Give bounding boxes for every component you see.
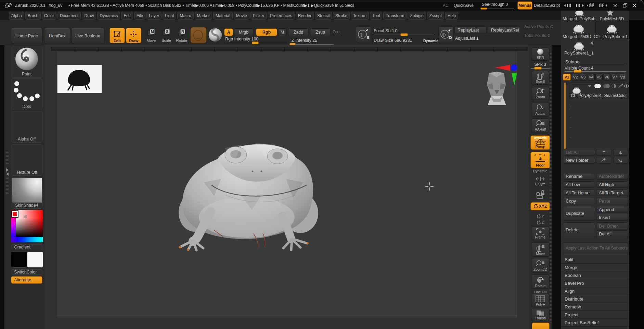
all-high-button[interactable]: All High (596, 181, 628, 188)
z-intensity-slider[interactable] (292, 44, 334, 45)
switchcolor-button[interactable]: SwitchColor (11, 269, 42, 275)
canvas-preview-thumbnail[interactable] (57, 65, 102, 93)
subtool-up-button[interactable] (596, 149, 612, 156)
dynamic-draw-size-toggle[interactable]: Dynamic (423, 39, 438, 43)
lightbox-button[interactable]: LightBox (44, 28, 70, 44)
menu-edit[interactable]: Edit (121, 12, 133, 20)
all-low-button[interactable]: All Low (563, 181, 595, 188)
menu-tool[interactable]: Tool (370, 12, 382, 20)
subtool-vtab-v8[interactable]: V8 (619, 74, 626, 81)
material-picker-button[interactable] (207, 27, 223, 43)
edit-button[interactable]: Edit (110, 28, 125, 43)
floor-button[interactable]: x y z Floor (530, 152, 550, 168)
copy-button[interactable]: Copy (563, 198, 595, 204)
tool-thumb-label[interactable]: Merged_PM3D_C (563, 34, 595, 39)
rotate-xyz-button[interactable]: XYZ (530, 202, 550, 210)
menu-movie[interactable]: Movie (234, 12, 249, 20)
camera-gizmo[interactable] (479, 63, 518, 108)
menu-alpha[interactable]: Alpha (9, 12, 24, 20)
rotate-button[interactable]: R Rotate (175, 28, 188, 44)
alternate-button[interactable]: Alternate (11, 276, 42, 284)
bevel-pro-button[interactable]: Bevel Pro (561, 279, 629, 287)
menu-document[interactable]: Document (57, 12, 81, 20)
duplicate-button[interactable]: Duplicate (563, 206, 595, 221)
menu-help[interactable]: Help (445, 12, 459, 20)
all-to-target-button[interactable]: All To Target (596, 190, 628, 196)
home-page-button[interactable]: Home Page (11, 28, 42, 44)
menu-stencil[interactable]: Stencil (315, 12, 332, 20)
persp-button[interactable]: Dynamic Persp (530, 135, 550, 150)
menu-layer[interactable]: Layer (146, 12, 162, 20)
current-color-swatch[interactable] (11, 210, 18, 218)
rotate-z-button[interactable]: Z (533, 220, 547, 225)
merge-button[interactable]: Merge (561, 264, 629, 271)
distribute-button[interactable]: Distribute (561, 295, 629, 303)
default-zscript-button[interactable]: DefaultZScript (534, 3, 560, 8)
rgb-intensity-slider-handle[interactable] (252, 41, 259, 44)
subtool-list-item[interactable]: CL_PolySphere1_SeamsColor (569, 83, 628, 99)
all-to-home-button[interactable]: All To Home (563, 190, 595, 196)
right-divider-scroll2[interactable] (550, 189, 552, 322)
tool-thumb-label[interactable]: CL_PolySphere1_ (595, 34, 628, 39)
right-divider-scroll[interactable] (550, 52, 552, 185)
transparency-button[interactable]: Transp (531, 308, 550, 321)
project-button[interactable]: Project (561, 311, 629, 319)
draw-button[interactable]: Draw (126, 28, 141, 43)
see-through-slider-handle[interactable] (480, 8, 487, 10)
subtool-down-button[interactable] (613, 149, 628, 156)
current-alpha-button[interactable]: Alpha Off (11, 111, 42, 143)
subtool-uv-icon[interactable] (602, 84, 610, 88)
replay-last-button[interactable]: ReplayLast (454, 26, 487, 34)
main-color-swatch[interactable] (11, 252, 27, 268)
subtool-folder-arrow-icon[interactable] (587, 85, 592, 88)
insert-button[interactable]: Insert (596, 214, 628, 221)
subtool-polypaint-icon[interactable] (593, 84, 602, 88)
subtool-list-scrollbar[interactable] (564, 83, 566, 153)
left-divider-scroll[interactable] (6, 150, 9, 164)
rotate-y-button[interactable]: Y (533, 214, 547, 219)
subtool-vtab-v2[interactable]: V2 (572, 74, 579, 81)
visible-count-slider-handle[interactable] (574, 70, 582, 73)
tool-thumb-label[interactable]: PolyMesh3D (595, 16, 628, 21)
focal-shift-slider-handle[interactable] (400, 33, 408, 36)
menu-transform[interactable]: Transform (383, 12, 407, 20)
menu-preferences[interactable]: Preferences (268, 12, 295, 20)
menu-file[interactable]: File (134, 12, 145, 20)
zsub-button[interactable]: Zsub (310, 28, 331, 36)
menu-macro[interactable]: Macro (177, 12, 193, 20)
menu-zplugin[interactable]: Zplugin (408, 12, 426, 20)
move-button[interactable]: M Move (145, 28, 157, 44)
subtool-sculpt-brush-icon[interactable] (618, 84, 623, 88)
live-boolean-button[interactable]: Live Boolean (71, 28, 104, 44)
mrgb-button[interactable]: Mrgb (234, 28, 253, 36)
bottom-partial-button[interactable] (532, 322, 550, 329)
subtool-vtab-v7[interactable]: V7 (611, 74, 618, 81)
stroke-curve-s-button[interactable]: S (356, 26, 371, 42)
zoom-3d-button[interactable]: Zoom3D (531, 258, 550, 272)
subtool-vtab-v1[interactable]: V1 (563, 74, 571, 81)
menu-picker[interactable]: Picker (250, 12, 267, 20)
del-all-button[interactable]: Del All (596, 230, 628, 237)
menu-marker[interactable]: Marker (195, 12, 212, 20)
frame-button[interactable]: Frame (531, 227, 550, 240)
menu-render[interactable]: Render (296, 12, 314, 20)
color-picker[interactable] (11, 210, 43, 242)
delete-button[interactable]: Delete (563, 222, 595, 237)
menu-brush[interactable]: Brush (25, 12, 41, 20)
left-divider-arrows-icon[interactable] (5, 168, 9, 176)
quicksave-button[interactable]: QuickSave (454, 3, 474, 8)
subtool-vtab-v4[interactable]: V4 (588, 74, 595, 81)
prev-next-tool-arrows-icon[interactable] (564, 3, 584, 8)
menu-texture[interactable]: Texture (351, 12, 369, 20)
prev-next-document-arrows-icon[interactable] (587, 2, 609, 9)
append-button[interactable]: Append (596, 206, 628, 213)
current-texture-button[interactable]: Texture Off (11, 144, 42, 176)
store-camera-button[interactable] (531, 188, 550, 200)
boolean-button[interactable]: Boolean (561, 271, 629, 279)
zoom-button[interactable]: Zoom (531, 87, 550, 100)
zadd-button[interactable]: Zadd (288, 28, 309, 36)
secondary-color-swatch[interactable] (27, 252, 43, 268)
align-button[interactable]: Align (561, 287, 629, 295)
menu-stroke[interactable]: Stroke (333, 12, 350, 20)
project-basrelief-button[interactable]: Project BasRelief (561, 319, 629, 327)
